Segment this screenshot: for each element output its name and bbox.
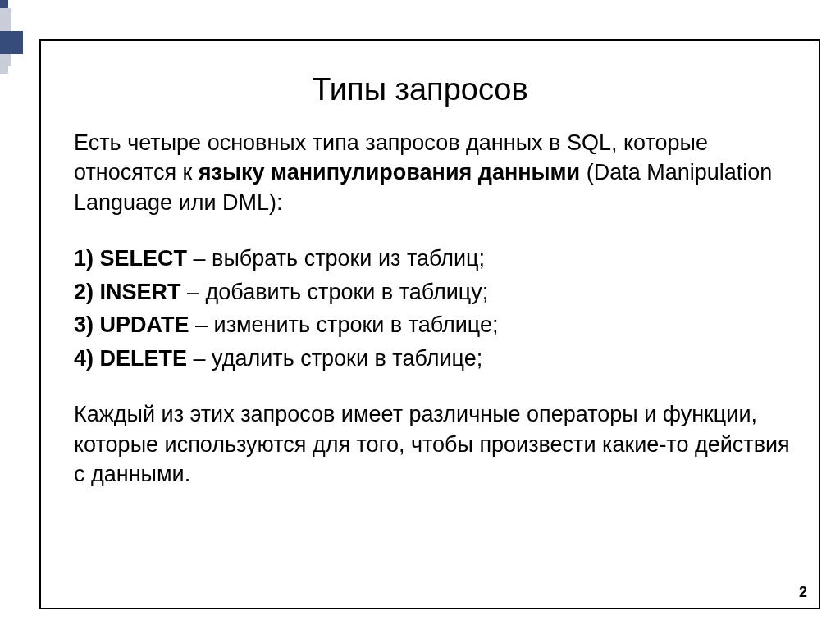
list-item: 4) DELETE – удалить строки в таблице; (74, 344, 791, 373)
item-desc: – добавить строки в таблицу; (181, 280, 489, 304)
intro-bold: языку манипулирования данными (199, 160, 580, 185)
intro-paragraph: Есть четыре основных типа запросов данны… (74, 128, 791, 217)
item-number: 4) (74, 346, 100, 371)
item-desc: – выбрать строки из таблиц; (187, 246, 485, 271)
outro-paragraph: Каждый из этих запросов имеет различные … (74, 399, 791, 489)
list-item: 2) INSERT – добавить строки в таблицу; (74, 277, 791, 307)
item-term: DELETE (100, 346, 188, 371)
slide-title: Типы запросов (0, 72, 840, 107)
slide-body: Есть четыре основных типа запросов данны… (74, 128, 791, 492)
item-term: SELECT (100, 246, 188, 271)
item-desc: – изменить строки в таблице; (189, 312, 499, 337)
item-term: INSERT (100, 280, 181, 304)
item-number: 2) (74, 280, 100, 304)
page-number: 2 (799, 584, 807, 601)
list-item: 3) UPDATE – изменить строки в таблице; (74, 310, 791, 340)
item-number: 3) (74, 312, 100, 337)
item-term: UPDATE (100, 312, 189, 337)
item-desc: – удалить строки в таблице; (187, 346, 482, 371)
item-number: 1) (74, 246, 100, 271)
list-item: 1) SELECT – выбрать строки из таблиц; (74, 244, 791, 273)
